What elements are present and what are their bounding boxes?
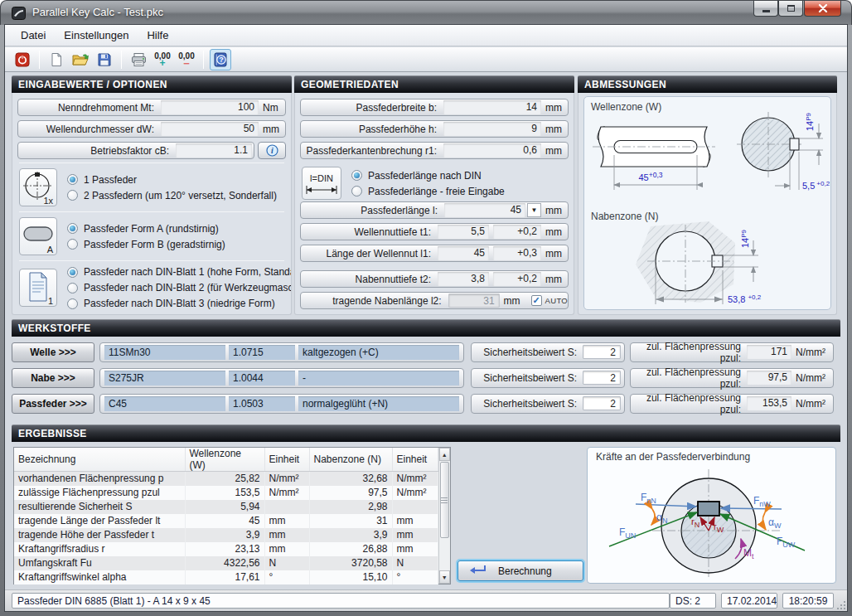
din-blatt-icon-label: 1 [48,296,53,306]
radio-form-b[interactable]: Passfeder Form B (geradstirnig) [67,239,225,250]
laenge-din-icon: l=DIN [302,167,341,200]
nenndrehmoment-input[interactable]: 100 [161,100,259,114]
nabenlaenge-row: tragende Nabenlänge l2: 31 mm ✓ AUTO [300,292,569,309]
passfeder-button[interactable]: Passfeder >>> [12,394,94,414]
close-icon [818,4,828,12]
svg-text:5,5+0,2: 5,5+0,2 [802,180,830,191]
exit-icon [15,52,30,67]
passfederlaenge-value[interactable]: 45 [444,203,525,217]
sicherheitsbeiwert-input[interactable]: 2 [583,345,621,359]
radio-1-passfeder[interactable]: 1 Passfeder [67,174,277,186]
radio-2-passfedern[interactable]: 2 Passfedern (um 120° versetzt, Sonderfa… [67,190,277,201]
nabe-button[interactable]: Nabe >>> [12,368,94,388]
new-file-button[interactable] [46,49,67,70]
open-file-button[interactable] [70,49,91,70]
minimize-button[interactable] [753,1,778,17]
decimals-increase-button[interactable]: 0,00+ [152,49,173,70]
passfeder-sicherheit: Sicherheitsbeiwert S: 2 [471,394,625,414]
svg-text:45+0,3: 45+0,3 [638,171,662,182]
passfeder-material: C45 1.0503 normalgeglüht (+N) [99,394,464,414]
save-icon [97,52,112,67]
svg-text:i: i [271,146,274,155]
print-button[interactable] [128,49,149,70]
scroll-up-arrow[interactable]: ▲ [439,448,451,461]
auto-checkbox[interactable]: ✓ [531,295,542,306]
kantenbrechung-row: Passfederkantenbrechung r1: 0,6 mm [300,142,569,159]
welle-sicherheit: Sicherheitsbeiwert S: 2 [471,342,625,362]
separator [19,211,284,212]
passfederlaenge-row: Passfederlänge l: 45 ▼ mm [300,201,569,219]
wellennuttiefe-value: 5,5 [438,225,489,239]
form-icon-label: A [47,245,53,255]
welle-row: Welle >>> 11SMn30 1.0715 kaltgezogen (+C… [12,342,840,362]
table-row: resultierende Sicherheit S5,942,98 [14,500,438,514]
auto-label: AUTO [545,296,568,305]
exit-button[interactable] [12,49,33,70]
menubar: Datei Einstellungen Hilfe [5,25,847,46]
radio-din-blatt-2[interactable]: Passfeder nach DIN-Blatt 2 (für Werkzeug… [67,282,292,293]
passfederbreite-value: 14 [443,100,541,114]
radio-laenge-din[interactable]: Passfederlänge nach DIN [351,170,505,182]
nabennuttiefe-value: 3,8 [438,272,489,286]
nabe-material: S275JR 1.0044 - [99,368,464,388]
radio-din-blatt-3[interactable]: Passfeder nach DIN-Blatt 3 (niedrige For… [67,298,292,309]
menu-datei[interactable]: Datei [12,26,55,45]
betriebsfaktor-input[interactable]: 1.1 [176,143,252,158]
close-button[interactable] [804,1,841,17]
svg-text:αW: αW [768,517,782,530]
pressung-value: 153,5 [747,396,791,410]
wellendurchmesser-input[interactable]: 50 [161,122,259,136]
svg-text:FnN: FnN [641,492,656,505]
radio-icon [67,190,78,201]
menu-hilfe[interactable]: Hilfe [138,26,177,45]
betriebsfaktor-info-button[interactable]: i [258,142,286,159]
nabe-sicherheit: Sicherheitsbeiwert S: 2 [471,368,625,388]
scroll-down-arrow[interactable]: ▼ [439,570,451,584]
radio-icon [67,298,78,309]
sicherheitsbeiwert-input[interactable]: 2 [583,396,621,410]
resize-grip[interactable] [835,599,845,609]
werkstoffe-header: WERKSTOFFE [12,319,840,337]
results-table: Bezeichnung Wellenzone (W) Einheit Naben… [13,447,451,584]
toolbar: 0,00+ 0,00− ? [5,47,847,72]
svg-text:?: ? [219,56,224,64]
betriebsfaktor-label: Betriebsfaktor cB: [18,145,176,157]
nabenlaenge-value[interactable]: 31 [448,293,500,308]
print-icon [131,52,147,67]
radio-din-blatt-1[interactable]: Passfeder nach DIN-Blatt 1 (hohe Form, S… [67,266,292,278]
abmessungen-drawing: Wellenzone (W) 45+0,3 [583,96,831,310]
svg-text:Mt: Mt [743,547,754,560]
menu-einstellungen[interactable]: Einstellungen [55,26,138,45]
status-time: 18:20:59 [782,593,834,609]
scroll-thumb[interactable] [440,462,450,538]
table-row: Kraftangriffsradius r23,13mm26,88mm [14,542,438,556]
decimals-decrease-icon: 0,00− [178,52,194,67]
table-header-row: Bezeichnung Wellenzone (W) Einheit Naben… [14,448,438,472]
geometrie-header: GEOMETRIEDATEN [294,75,574,93]
sicherheitsbeiwert-input[interactable]: 2 [583,371,621,385]
toolbar-separator [121,51,122,69]
radio-icon [67,239,78,250]
table-scrollbar[interactable]: ▲ ▼ [438,448,451,584]
table-row: Kraftangriffswinkel alpha17,61°15,10° [14,570,438,584]
wellennut-laenge-tol: +0,3 [493,246,541,260]
toolbar-separator [39,51,40,69]
laenge-mode-group: l=DIN Passfederlänge nach DIN Passfederl… [295,163,574,201]
radio-icon [67,174,78,185]
window-title: Parallel Key Calc - Test.pkc [32,6,163,18]
passfederlaenge-dropdown[interactable]: ▼ [527,203,541,217]
radio-form-a[interactable]: Passfeder Form A (rundstirnig) [67,223,225,235]
wellenzone-drawing: Wellenzone (W) 45+0,3 [584,97,830,203]
welle-button[interactable]: Welle >>> [12,342,94,362]
decimals-decrease-button[interactable]: 0,00− [176,49,197,70]
radio-laenge-frei[interactable]: Passfederlänge - freie Eingabe [351,186,505,197]
anzahl-icon-label: 1x [43,196,53,206]
wellennuttiefe-tol: +0,2 [493,225,541,239]
decimals-increase-icon: 0,00+ [154,52,170,67]
save-button[interactable] [94,49,115,70]
help-button[interactable]: ? [210,49,231,70]
berechnung-button[interactable]: Berechnung [457,560,583,581]
svg-text:l=DIN: l=DIN [310,173,333,183]
maximize-button[interactable] [778,1,803,17]
material-name: C45 [104,396,225,411]
